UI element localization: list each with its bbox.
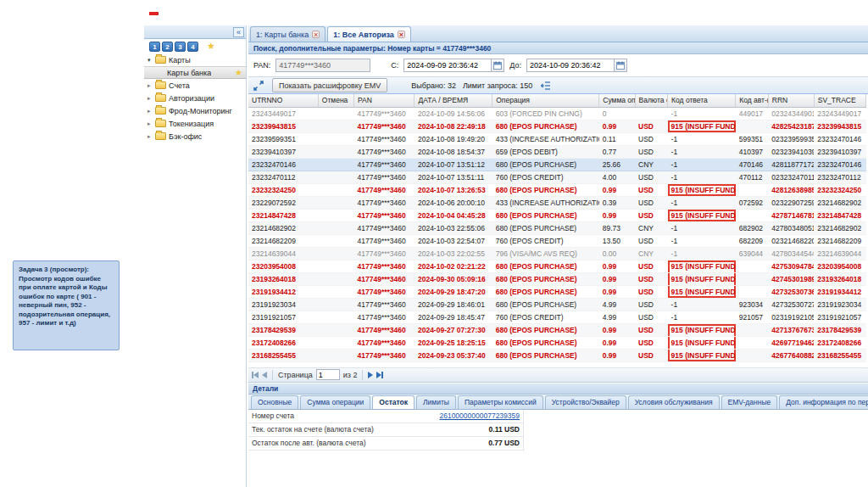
table-row[interactable]: 23191921057417749***34602024-09-29 18:45…	[248, 311, 866, 323]
tab-1[interactable]: 1: Все Авториза×	[327, 26, 411, 42]
calendar-to-icon[interactable]	[615, 59, 627, 72]
quick-button-1[interactable]: 1	[149, 42, 160, 52]
table-row[interactable]: 23214682902417749***34602024-10-03 22:55…	[248, 221, 866, 234]
tree-collapsed-icon[interactable]: ▸	[147, 95, 155, 102]
cell-rrn: 428118771729	[768, 158, 814, 171]
cell-валюта-оп-	[635, 107, 668, 120]
quick-button-3[interactable]: 3	[175, 42, 186, 52]
tree-collapsed-icon[interactable]: ▸	[147, 108, 155, 115]
column-header[interactable]: Код авт-и	[736, 94, 769, 107]
tree-expanded-icon[interactable]: ▾	[147, 57, 155, 64]
folder-icon	[155, 81, 166, 89]
details-tab-3[interactable]: Лимиты	[416, 395, 456, 409]
cell-код-авт-и	[736, 285, 769, 298]
details-fields: Номер счета26100000000077239359Тек. оста…	[248, 410, 524, 451]
account-number-link[interactable]: 26100000000077239359	[439, 411, 520, 420]
table-row[interactable]: 23191934412417749***34602024-09-29 18:47…	[248, 285, 866, 298]
cell-rrn: 427453019896	[768, 272, 814, 285]
last-page-icon[interactable]	[376, 372, 383, 378]
table-row[interactable]: 23239943815417749***34602024-10-08 22:49…	[248, 120, 866, 132]
table-row[interactable]: 23172408266417749***34602024-09-25 18:25…	[248, 336, 866, 349]
details-tab-6[interactable]: Условия обслуживания	[628, 395, 720, 409]
sidebar-collapse-icon[interactable]: «	[233, 27, 244, 37]
table-row[interactable]: 23229072592417749***34602024-10-06 20:00…	[248, 196, 866, 209]
sidebar-item-карты[interactable]: ▾Карты	[144, 53, 246, 66]
table-row[interactable]: 23239410397417749***34602024-10-08 18:54…	[248, 145, 866, 158]
table-row[interactable]: 23214639044417749***34602024-10-03 22:02…	[248, 247, 866, 260]
cell-код-ответа: 915 (INSUFF FUNDS)	[668, 349, 736, 361]
cell-sv_trace: 23232324250	[814, 183, 865, 196]
details-tab-5[interactable]: Устройство/Эквайер	[545, 395, 626, 409]
table-row[interactable]: 23178429539417749***34602024-09-27 07:27…	[248, 323, 866, 336]
next-page-icon[interactable]	[368, 372, 373, 378]
sidebar-item-счета[interactable]: ▸Счета	[144, 79, 246, 92]
cell-код-авт-и	[736, 260, 769, 272]
cell-pan: 417749***3460	[354, 120, 415, 132]
table-row[interactable]: 23232470112417749***34602024-10-07 13:51…	[248, 171, 866, 183]
cell-отмена	[318, 120, 353, 132]
details-tab-4[interactable]: Параметры комиссий	[458, 395, 543, 409]
details-tab-1[interactable]: Сумма операции	[300, 395, 370, 409]
details-tab-0[interactable]: Основные	[251, 395, 298, 409]
table-row[interactable]: 23193264018417749***34602024-09-30 05:09…	[248, 272, 866, 285]
column-header[interactable]: UTRNNO	[248, 94, 318, 107]
cell-дата-время: 2024-10-07 13:26:53	[415, 183, 492, 196]
table-row[interactable]: 23168255455417749***34602024-09-23 05:37…	[248, 349, 866, 361]
tab-0[interactable]: 1: Карты банка×	[250, 26, 326, 42]
table-row[interactable]: 23214682209417749***34602024-10-03 22:54…	[248, 234, 866, 247]
sidebar-item-авторизации[interactable]: ▸Авторизации	[144, 92, 246, 104]
table-row[interactable]: 23243449017417749***34602024-10-09 14:56…	[248, 107, 866, 120]
column-header[interactable]: PAN	[354, 94, 415, 107]
details-tab-8[interactable]: Доп. информация по переводам	[779, 395, 868, 409]
cell-код-ответа: 915 (INSUFF FUNDS)	[668, 183, 736, 196]
favorites-star-icon[interactable]: ★	[207, 41, 215, 52]
tab-close-icon[interactable]: ×	[312, 31, 320, 38]
cell-операция: 433 (INCREASE AUTHORIZATION ...	[492, 132, 599, 145]
page-number-input[interactable]	[316, 369, 340, 380]
table-row[interactable]: 23203954008417749***34602024-10-02 02:21…	[248, 260, 866, 272]
tab-close-icon[interactable]: ×	[398, 31, 405, 38]
calendar-from-icon[interactable]	[492, 59, 504, 72]
quick-button-2[interactable]: 2	[162, 42, 173, 52]
cell-дата-время: 2024-10-09 14:56:06	[415, 107, 492, 120]
prev-page-icon[interactable]	[262, 372, 267, 378]
sidebar-item-токенизация[interactable]: ▸Токенизация	[144, 117, 246, 130]
cell-операция: 760 (EPOS CREDIT)	[492, 311, 599, 323]
cell-код-авт-и: 410397	[736, 145, 769, 158]
column-config-icon[interactable]	[539, 79, 553, 92]
pan-input[interactable]	[275, 59, 370, 72]
column-header[interactable]: Код ответа	[668, 94, 736, 107]
cell-код-авт-и	[736, 209, 769, 221]
expand-icon[interactable]	[252, 79, 265, 92]
table-row[interactable]: 23214847428417749***34602024-10-04 04:45…	[248, 209, 866, 221]
table-row[interactable]: 23239599351417749***34602024-10-08 19:49…	[248, 132, 866, 145]
tree-collapsed-icon[interactable]: ▸	[147, 82, 155, 89]
details-tab-7[interactable]: EMV-данные	[721, 395, 778, 409]
date-to-input[interactable]	[526, 59, 615, 72]
column-header[interactable]: Отмена	[318, 94, 353, 107]
cell-код-авт-и	[736, 323, 769, 336]
cell-отмена	[318, 183, 353, 196]
column-header[interactable]: Сумма оп.	[599, 94, 635, 107]
table-row[interactable]: 23232470146417749***34602024-10-07 13:51…	[248, 158, 866, 171]
details-tab-2[interactable]: Остаток	[372, 395, 415, 409]
first-page-icon[interactable]	[252, 372, 259, 378]
column-header[interactable]: RRN	[768, 94, 814, 107]
column-header[interactable]: SV_TRACE	[814, 94, 865, 107]
cell-pan: 417749***3460	[354, 311, 415, 323]
sidebar-item-карты-банка[interactable]: Карты банка★	[144, 66, 246, 79]
quick-button-4[interactable]: 4	[187, 42, 198, 52]
table-row[interactable]: 23232324250417749***34602024-10-07 13:26…	[248, 183, 866, 196]
column-header[interactable]: Операция	[492, 94, 599, 107]
sidebar-item-бэк-офис[interactable]: ▸Бэк-офис	[144, 130, 246, 143]
date-from-input[interactable]	[403, 59, 492, 72]
cell-utrnno: 23214847428	[248, 209, 318, 221]
sidebar-item-фрод-мониторинг[interactable]: ▸Фрод-Мониторинг	[144, 104, 246, 117]
show-emv-button[interactable]: Показать расшифровку EMV	[272, 78, 387, 92]
tree-collapsed-icon[interactable]: ▸	[147, 120, 155, 127]
tree-collapsed-icon[interactable]: ▸	[147, 133, 155, 140]
favorite-star-icon[interactable]: ★	[235, 68, 242, 77]
column-header[interactable]: ДАТА / ВРЕМЯ	[415, 94, 492, 107]
column-header[interactable]: Валюта оп.	[635, 94, 668, 107]
table-row[interactable]: 23191923034417749***34602024-09-29 18:46…	[248, 298, 866, 311]
